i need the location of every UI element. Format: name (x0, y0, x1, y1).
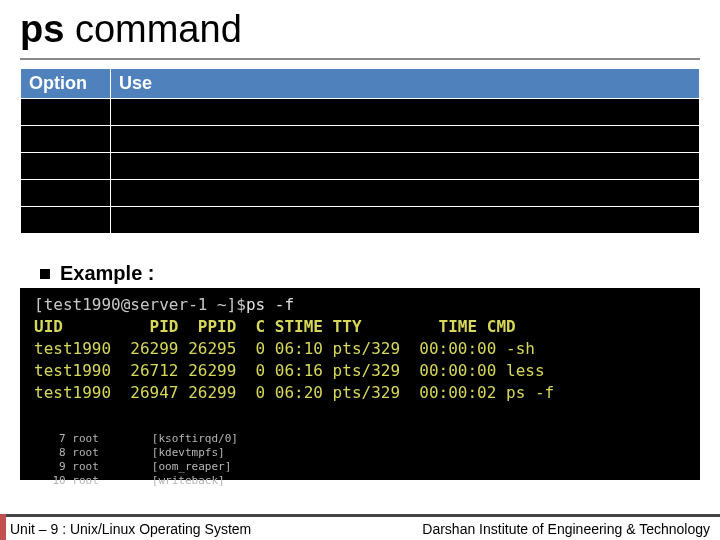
options-table: Option Use (20, 68, 700, 234)
footer-left: Unit – 9 : Unix/Linux Operating System (10, 521, 251, 537)
options-header-option: Option (21, 69, 111, 99)
slide: ps command Option Use Example : 7 root [… (0, 0, 720, 540)
example-label: Example : (40, 262, 154, 285)
terminal-overlay: [test1990@server-1 ~]$ps -f UID PID PPID… (30, 292, 590, 406)
terminal-row: test1990 26712 26299 0 06:16 pts/329 00:… (34, 361, 545, 380)
options-header-use: Use (111, 69, 700, 99)
title-ps: ps (20, 8, 64, 50)
options-row (21, 207, 700, 234)
terminal-underlay-text: 7 root [ksoftirqd/0] 8 root [kdevtmpfs] … (26, 432, 238, 487)
terminal-command: ps -f (246, 295, 294, 314)
footer-accent (0, 514, 6, 540)
options-row (21, 126, 700, 153)
options-row (21, 153, 700, 180)
bullet-icon (40, 269, 50, 279)
footer: Unit – 9 : Unix/Linux Operating System D… (0, 514, 720, 540)
terminal-row: test1990 26299 26295 0 06:10 pts/329 00:… (34, 339, 535, 358)
title-rest: command (75, 8, 242, 50)
title-rule (20, 58, 700, 60)
options-row (21, 99, 700, 126)
options-row (21, 180, 700, 207)
terminal-header: UID PID PPID C STIME TTY TIME CMD (34, 317, 516, 336)
slide-title: ps command (20, 8, 242, 51)
footer-right: Darshan Institute of Engineering & Techn… (422, 521, 710, 537)
options-header-row: Option Use (21, 69, 700, 99)
terminal-row: test1990 26947 26299 0 06:20 pts/329 00:… (34, 383, 554, 402)
example-text: Example : (60, 262, 154, 284)
terminal-prompt: [test1990@server-1 ~]$ (34, 295, 246, 314)
